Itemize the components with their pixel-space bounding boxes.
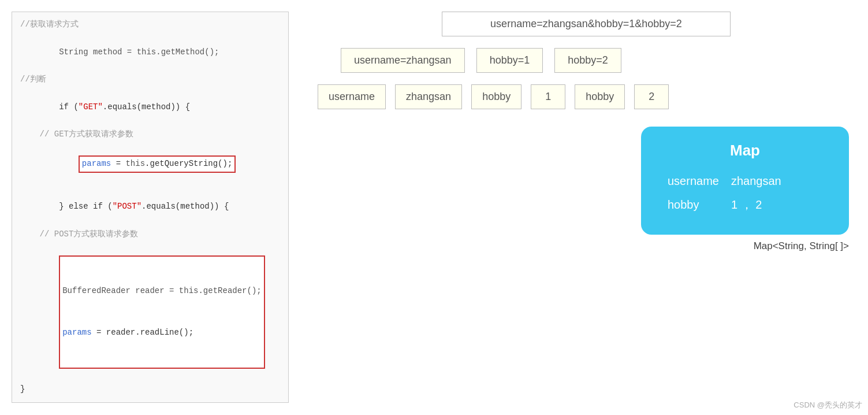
param-boxes-row: username=zhangsan hobby=1 hobby=2 <box>341 48 621 73</box>
right-panel: username=zhangsan&hobby=1&hobby=2 userna… <box>318 12 855 415</box>
map-table: username zhangsan hobby 1 ， 2 <box>662 170 828 217</box>
param-box-username: username=zhangsan <box>341 48 465 73</box>
code-line-5: // GET方式获取请求参数 <box>20 128 280 142</box>
code-line-3: //判断 <box>20 73 280 87</box>
split-box-1: zhangsan <box>395 84 462 109</box>
params-diagram: username=zhangsan&hobby=1&hobby=2 userna… <box>318 12 855 109</box>
code-block: //获取请求方式 String method = this.getMethod(… <box>12 12 289 403</box>
left-panel: //获取请求方式 String method = this.getMethod(… <box>12 12 295 415</box>
split-box-5: 2 <box>634 84 669 109</box>
split-box-2: hobby <box>471 84 521 109</box>
code-line-7: } else if ("POST".equals(method)) { <box>20 187 280 228</box>
watermark: CSDN @秃头的英才 <box>794 400 862 410</box>
param-box-hobby2: hobby=2 <box>554 48 621 73</box>
code-line-4: if ("GET".equals(method)) { <box>20 87 280 128</box>
code-line-9-10-box: BufferedReader reader = this.getReader()… <box>20 242 280 383</box>
code-line-11: } <box>20 383 280 397</box>
code-line-1: //获取请求方式 <box>20 18 280 32</box>
map-value-username: zhangsan <box>725 170 828 192</box>
map-card: Map username zhangsan hobby 1 ， 2 <box>641 127 849 235</box>
code-line-2: String method = this.getMethod(); <box>20 32 280 73</box>
split-box-4: hobby <box>575 84 625 109</box>
map-row-hobby: hobby 1 ， 2 <box>662 192 828 217</box>
split-box-3: 1 <box>531 84 565 109</box>
url-bar: username=zhangsan&hobby=1&hobby=2 <box>442 12 731 36</box>
split-boxes-row: username zhangsan hobby 1 hobby 2 <box>318 84 669 109</box>
map-row-username: username zhangsan <box>662 170 828 192</box>
map-key-hobby: hobby <box>662 192 725 217</box>
code-line-8: // POST方式获取请求参数 <box>20 228 280 242</box>
split-box-0: username <box>318 84 386 109</box>
code-line-6: params = this.getQueryString(); <box>20 142 280 186</box>
map-section: Map username zhangsan hobby 1 ， 2 Map<St… <box>318 127 849 252</box>
map-type-label: Map<String, String[ ]> <box>754 240 849 252</box>
param-box-hobby1: hobby=1 <box>476 48 543 73</box>
map-card-title: Map <box>662 142 828 160</box>
map-key-username: username <box>662 170 725 192</box>
map-value-hobby: 1 ， 2 <box>725 192 828 217</box>
